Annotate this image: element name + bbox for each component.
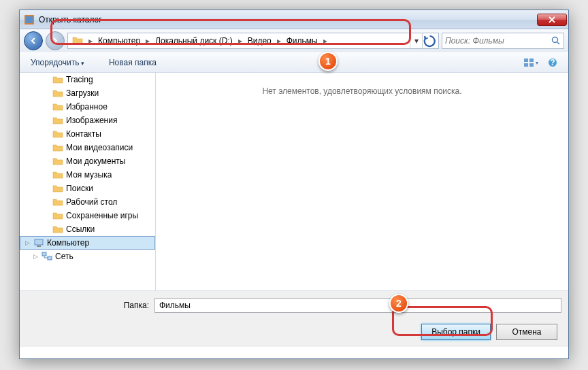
navbar: ▸ Компьютер ▸ Локальный диск (D:) ▸ Виде…: [20, 29, 568, 52]
svg-rect-5: [524, 63, 528, 67]
organize-button[interactable]: Упорядочить: [25, 55, 90, 70]
titlebar: Открыть каталог: [20, 10, 568, 29]
tree-item[interactable]: Ссылки: [20, 222, 155, 236]
tree-item[interactable]: Изображения: [20, 114, 155, 127]
tree-item-label: Избранное: [66, 102, 108, 112]
content-area: TracingЗагрузкиИзбранноеИзображенияКонта…: [20, 73, 568, 290]
tree-item-label: Ссылки: [66, 224, 95, 234]
breadcrumb[interactable]: ▸ Компьютер ▸ Локальный диск (D:) ▸ Виде…: [67, 33, 439, 49]
folder-picker-dialog: Открыть каталог ▸ Компьютер ▸ Локальный …: [19, 10, 569, 359]
window-title: Открыть каталог: [39, 15, 537, 24]
tree-item[interactable]: Сохраненные игры: [20, 209, 155, 222]
tree-item-label: Сохраненные игры: [66, 211, 138, 220]
app-icon: [24, 14, 35, 25]
svg-point-2: [553, 37, 558, 43]
tree-item[interactable]: Моя музыка: [20, 168, 155, 182]
annotation-badge-1: 1: [318, 52, 338, 71]
svg-rect-3: [524, 58, 528, 62]
expand-icon[interactable]: ▷: [32, 253, 39, 260]
search-input[interactable]: [445, 36, 551, 46]
tree-item-label: Загрузки: [66, 88, 99, 98]
crumb-video[interactable]: Видео: [245, 35, 274, 47]
chevron-right-icon: ▸: [321, 36, 330, 46]
refresh-button[interactable]: [422, 33, 437, 48]
tree-item[interactable]: ▷Сеть: [20, 250, 155, 263]
tree-item-label: Моя музыка: [66, 170, 112, 180]
tree-item-label: Мои документы: [66, 156, 125, 166]
breadcrumb-dropdown[interactable]: ▾: [410, 33, 422, 48]
annotation-badge-2: 2: [389, 294, 408, 313]
folder-name-label: Папка:: [27, 301, 149, 310]
tree-item-label: Мои видеозаписи: [66, 143, 133, 152]
tree-item[interactable]: Рабочий стол: [20, 195, 155, 209]
tree-item[interactable]: Избранное: [20, 100, 155, 114]
chevron-right-icon: ▸: [143, 36, 152, 46]
tree-item-label: Рабочий стол: [66, 197, 117, 207]
svg-rect-11: [42, 252, 46, 256]
tree-item-label: Компьютер: [47, 238, 89, 248]
select-folder-button[interactable]: Выбор папки: [421, 324, 491, 340]
cancel-button[interactable]: Отмена: [496, 324, 557, 340]
close-button[interactable]: [537, 14, 567, 26]
new-folder-button[interactable]: Новая папка: [103, 55, 162, 70]
footer: Папка: Выбор папки Отмена: [20, 290, 568, 347]
tree-item[interactable]: Поиски: [20, 182, 155, 195]
crumb-films[interactable]: Фильмы: [284, 35, 321, 47]
tree-item[interactable]: Мои документы: [20, 154, 155, 168]
search-box[interactable]: [442, 33, 564, 49]
back-button[interactable]: [24, 31, 43, 50]
crumb-computer[interactable]: Компьютер: [95, 35, 143, 47]
empty-message: Нет элементов, удовлетворяющих условиям …: [262, 86, 461, 290]
forward-button[interactable]: [46, 31, 65, 50]
tree-item[interactable]: Tracing: [20, 73, 155, 86]
svg-rect-1: [26, 16, 33, 23]
svg-rect-6: [529, 63, 534, 67]
tree-item-label: Изображения: [66, 116, 117, 125]
file-list[interactable]: Нет элементов, удовлетворяющих условиям …: [156, 73, 568, 290]
folder-icon: [72, 35, 83, 46]
tree-item[interactable]: ▷Компьютер: [20, 236, 155, 250]
svg-rect-10: [37, 246, 41, 247]
tree-item-label: Контакты: [66, 129, 101, 139]
svg-text:?: ?: [550, 58, 555, 67]
expand-icon[interactable]: ▷: [24, 239, 31, 246]
folder-name-input[interactable]: [154, 298, 561, 313]
svg-rect-4: [529, 58, 534, 62]
tree-item-label: Сеть: [55, 252, 74, 261]
tree-item-label: Поиски: [66, 184, 93, 193]
crumb-drive[interactable]: Локальный диск (D:): [152, 35, 235, 47]
chevron-right-icon: ▸: [235, 36, 245, 46]
view-mode-button[interactable]: ▾: [521, 55, 541, 70]
tree-item[interactable]: Мои видеозаписи: [20, 141, 155, 154]
folder-tree[interactable]: TracingЗагрузкиИзбранноеИзображенияКонта…: [20, 73, 156, 290]
tree-item-label: Tracing: [66, 75, 93, 84]
search-icon: [551, 36, 561, 46]
chevron-right-icon: ▸: [274, 36, 284, 46]
chevron-right-icon: ▸: [86, 36, 95, 46]
tree-item[interactable]: Загрузки: [20, 86, 155, 100]
help-button[interactable]: ?: [542, 55, 563, 70]
tree-item[interactable]: Контакты: [20, 127, 155, 141]
svg-rect-9: [35, 239, 43, 245]
toolbar: Упорядочить Новая папка ▾ ?: [20, 52, 568, 73]
